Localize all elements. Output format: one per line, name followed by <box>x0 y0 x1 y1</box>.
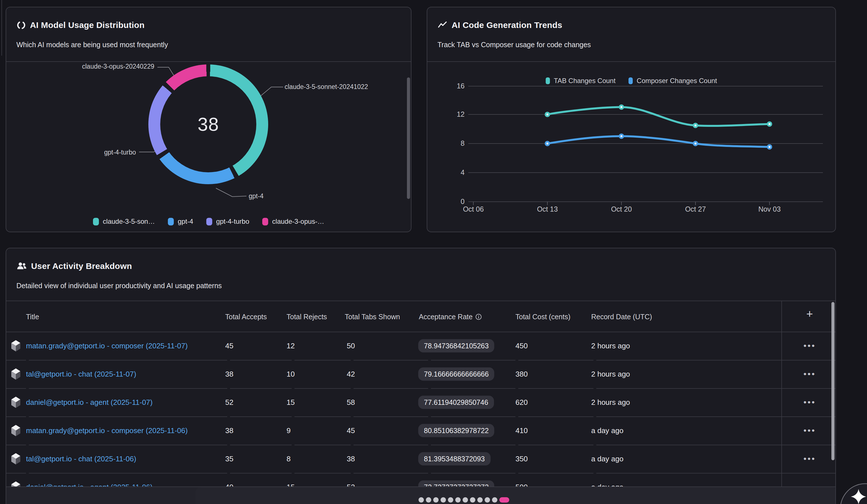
donut-card-subtitle: Which AI models are being used most freq… <box>17 41 168 49</box>
table-card-title: User Activity Breakdown <box>31 261 132 271</box>
page-dot[interactable] <box>418 497 424 503</box>
cell-total-cost: 380 <box>515 370 528 378</box>
cell-total-accepts: 35 <box>225 454 233 463</box>
acceptance-rate-badge: 81.3953488372093 <box>418 452 491 465</box>
page-dot[interactable] <box>477 497 483 503</box>
cell-tabs-shown: 58 <box>347 398 355 407</box>
legend-item-claude-3-opus[interactable]: claude-3-opus-… <box>262 217 324 225</box>
table-footer-bar <box>6 486 836 504</box>
ai-code-trends-card: AI Code Generation Trends Track TAB vs C… <box>427 7 836 232</box>
row-menu-button[interactable]: ••• <box>797 397 822 407</box>
legend-swatch-blue <box>168 218 174 225</box>
legend-label: claude-3-opus-… <box>272 217 324 225</box>
cell-total-rejects: 9 <box>287 426 290 435</box>
col-header-cost[interactable]: Total Cost (cents) <box>515 313 570 321</box>
page-dot[interactable] <box>448 497 453 503</box>
legend-item-gpt-4[interactable]: gpt-4 <box>168 217 193 225</box>
legend-item-claude-3-5-sonnet[interactable]: claude-3-5-son… <box>93 217 155 225</box>
row-menu-button[interactable]: ••• <box>797 369 822 379</box>
col-header-tabs[interactable]: Total Tabs Shown <box>345 313 400 321</box>
row-title-link[interactable]: tal@getport.io - chat (2025-11-07) <box>26 370 136 378</box>
page-dot[interactable] <box>433 497 439 503</box>
cell-total-cost: 620 <box>515 398 528 407</box>
people-icon <box>17 261 27 271</box>
col-header-date[interactable]: Record Date (UTC) <box>591 313 652 321</box>
donut-chart[interactable]: 38 <box>148 64 268 184</box>
row-title-link[interactable]: matan.grady@getport.io - composer (2025-… <box>26 342 188 350</box>
cell-total-cost: 410 <box>515 426 528 435</box>
actions-column-divider <box>781 301 782 504</box>
cell-total-accepts: 52 <box>225 398 233 407</box>
row-menu-button[interactable]: ••• <box>797 341 822 351</box>
line-chart[interactable] <box>427 7 836 232</box>
donut-label-claude-3-5-sonnet: claude-3-5-sonnet-20241022 <box>285 83 368 91</box>
divider <box>6 61 411 62</box>
col-header-rate-label: Acceptance Rate <box>419 313 472 321</box>
cell-total-rejects: 15 <box>287 398 295 407</box>
row-menu-button[interactable]: ••• <box>797 426 822 435</box>
row-divider <box>6 445 836 445</box>
ai-assistant-button[interactable] <box>834 463 867 504</box>
donut-label-claude-3-opus: claude-3-opus-20240229 <box>82 63 154 70</box>
row-divider <box>6 416 836 417</box>
acceptance-rate-badge: 80.85106382978722 <box>418 424 494 437</box>
legend-swatch-pink <box>262 218 268 225</box>
donut-label-gpt-4: gpt-4 <box>249 192 264 200</box>
cell-record-date: a day ago <box>591 454 623 463</box>
divider <box>6 301 835 301</box>
legend-label: gpt-4-turbo <box>216 217 249 225</box>
legend-item-gpt-4-turbo[interactable]: gpt-4-turbo <box>206 217 249 225</box>
cell-tabs-shown: 45 <box>347 426 355 435</box>
table-card-title-row: User Activity Breakdown <box>17 261 132 271</box>
cell-record-date: a day ago <box>591 426 623 435</box>
row-title-link[interactable]: tal@getport.io - chat (2025-11-06) <box>26 454 136 463</box>
row-title-link[interactable]: matan.grady@getport.io - composer (2025-… <box>26 426 188 435</box>
cell-total-accepts: 45 <box>225 342 233 350</box>
cell-total-rejects: 8 <box>287 454 290 463</box>
entity-gem-icon <box>10 453 21 465</box>
entity-gem-icon <box>10 424 21 437</box>
legend-label: gpt-4 <box>178 217 193 225</box>
donut-card-title-row: AI Model Usage Distribution <box>17 20 144 30</box>
page-dot[interactable] <box>455 497 461 503</box>
legend-label: claude-3-5-son… <box>103 217 155 225</box>
header-divider <box>6 332 836 332</box>
page-dot[interactable] <box>492 497 497 503</box>
series-tab-changes <box>547 107 770 126</box>
donut-total-value: 38 <box>197 114 219 135</box>
donut-label-gpt-4-turbo: gpt-4-turbo <box>104 149 136 156</box>
cell-total-cost: 350 <box>515 454 528 463</box>
col-header-accepts[interactable]: Total Accepts <box>225 313 267 321</box>
row-menu-button[interactable]: ••• <box>797 454 822 464</box>
series-composer-changes <box>547 136 770 147</box>
cell-tabs-shown: 50 <box>347 342 355 350</box>
row-title-link[interactable]: daniel@getport.io - agent (2025-11-07) <box>26 398 153 407</box>
acceptance-rate-badge: 79.16666666666666 <box>418 367 494 381</box>
page-dot[interactable] <box>463 497 468 503</box>
row-divider <box>6 473 836 473</box>
legend-swatch-purple <box>206 218 212 225</box>
info-icon[interactable] <box>475 314 482 320</box>
col-header-title[interactable]: Title <box>26 313 39 321</box>
add-column-button[interactable]: + <box>798 306 822 323</box>
entity-gem-icon <box>10 340 21 352</box>
page-dot-active[interactable] <box>499 497 509 503</box>
footer-scroll-area <box>195 487 836 504</box>
entity-gem-icon <box>10 396 21 408</box>
page-dot[interactable] <box>426 497 431 503</box>
user-activity-card: User Activity Breakdown Detailed view of… <box>6 248 836 504</box>
donut-center: 38 <box>160 76 256 172</box>
card-scrollbar-thumb[interactable] <box>407 77 410 199</box>
cell-total-accepts: 38 <box>225 370 233 378</box>
col-header-rejects[interactable]: Total Rejects <box>287 313 327 321</box>
row-divider <box>6 388 836 389</box>
cell-record-date: 2 hours ago <box>591 398 630 407</box>
table-scrollbar-thumb[interactable] <box>832 302 835 460</box>
page-dot[interactable] <box>485 497 490 503</box>
page-dot[interactable] <box>441 497 446 503</box>
row-divider <box>6 360 836 361</box>
page-dot[interactable] <box>470 497 475 503</box>
page-edge-divider <box>1 0 2 56</box>
pagination-dots[interactable] <box>418 497 509 503</box>
col-header-rate[interactable]: Acceptance Rate <box>419 313 482 321</box>
